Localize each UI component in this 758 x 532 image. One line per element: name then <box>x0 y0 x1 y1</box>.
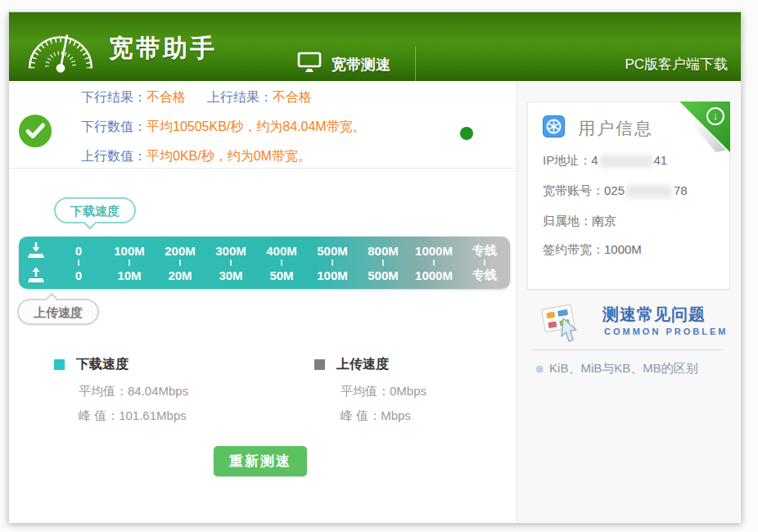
up-value-label: 上行数值： <box>81 149 147 163</box>
user-info-title: 用户信息 <box>578 117 653 140</box>
status-dot <box>460 127 473 140</box>
app-title: 宽带助手 <box>109 32 217 65</box>
dl-tick: 400M <box>256 244 307 258</box>
dl-tick: 0 <box>53 244 104 258</box>
speedometer-icon <box>20 19 101 79</box>
success-check-icon <box>19 115 52 147</box>
upload-scale-row: 0 10M 20M 30M 50M 100M 500M 1000M 专线 <box>19 264 510 286</box>
retest-button[interactable]: 重新测速 <box>214 446 307 476</box>
faq-divider <box>532 349 722 350</box>
upload-swatch-icon <box>314 359 325 370</box>
dl-tick: 200M <box>155 244 205 258</box>
upload-stat-title: 上传速度 <box>336 356 389 373</box>
upload-speed-bubble[interactable]: 上传速度 <box>17 299 99 325</box>
tab-label: 宽带测速 <box>332 55 390 74</box>
bubble-tail <box>45 293 59 307</box>
download-icon <box>19 241 53 259</box>
download-speed-bubble[interactable]: 下载速度 <box>54 197 136 223</box>
user-info-header: 用户信息 <box>543 115 653 141</box>
pc-client-download-link[interactable]: PC版客户端下载 <box>625 55 728 74</box>
dl-tick: 100M <box>104 244 155 258</box>
dl-tick: 300M <box>205 244 256 258</box>
screen: 宽带助手 宽带测速 PC版客户端下载 <box>0 0 758 532</box>
user-info-card: ↓ <box>527 101 730 290</box>
upload-peak: 峰 值：Mbps <box>341 408 411 424</box>
ul-tick: 10M <box>104 268 155 282</box>
speed-scale-bar: 0 100M 200M 300M 400M 500M 800M 1000M 专线 <box>19 237 510 289</box>
app-window: 宽带助手 宽带测速 PC版客户端下载 <box>8 11 742 522</box>
download-peak: 峰 值：101.61Mbps <box>79 408 187 424</box>
account-redaction <box>626 185 672 198</box>
download-stat-header: 下载速度 <box>54 356 129 373</box>
ip-redaction <box>600 155 652 168</box>
download-speed-bubble-label: 下载速度 <box>70 204 120 218</box>
bubble-tail <box>83 216 97 230</box>
result-line-download: 下行数值：平均10505KB/秒，约为84.04M带宽。 <box>81 119 366 136</box>
field-location: 归属地：南京 <box>543 214 616 229</box>
header-divider <box>415 47 416 81</box>
download-arrow-icon: ↓ <box>706 107 724 125</box>
download-avg: 平均值：84.04Mbps <box>79 384 188 399</box>
ul-tick: 50M <box>256 268 307 282</box>
upload-avg: 平均值：0Mbps <box>341 384 426 399</box>
up-result-value: 不合格 <box>273 90 312 104</box>
field-bandwidth: 签约带宽：1000M <box>543 242 642 258</box>
user-info-wheel-icon <box>543 115 565 141</box>
down-result-value: 不合格 <box>147 90 186 104</box>
ul-tick: 专线 <box>459 268 510 283</box>
app-header: 宽带助手 宽带测速 PC版客户端下载 <box>9 12 741 81</box>
monitor-icon <box>297 52 322 77</box>
dl-tick: 专线 <box>459 243 510 259</box>
down-result-label: 下行结果： <box>81 90 147 104</box>
upload-icon <box>19 266 53 284</box>
sidebar: ↓ <box>517 81 741 523</box>
download-stat-title: 下载速度 <box>76 356 129 373</box>
ul-tick: 20M <box>155 268 205 282</box>
ul-tick: 500M <box>358 268 408 282</box>
tab-speed-test[interactable]: 宽带测速 <box>297 52 390 77</box>
field-ip: IP地址：441 <box>543 153 667 169</box>
result-line-verdict: 下行结果：不合格上行结果：不合格 <box>81 89 312 106</box>
ul-tick: 0 <box>53 268 104 282</box>
up-result-label: 上行结果： <box>207 90 273 104</box>
upload-speed-bubble-label: 上传速度 <box>34 305 83 319</box>
upload-stat-header: 上传速度 <box>314 356 389 373</box>
result-line-upload: 上行数值：平均0KB/秒，约为0M带宽。 <box>81 148 311 165</box>
ul-tick: 30M <box>205 268 256 282</box>
ul-tick: 100M <box>307 268 358 282</box>
faq-illustration-icon <box>539 299 584 348</box>
faq-subtitle: COMMON PROBLEM <box>604 327 728 336</box>
ul-tick: 1000M <box>408 268 459 282</box>
down-value-label: 下行数值： <box>81 119 147 133</box>
download-swatch-icon <box>54 359 65 370</box>
up-value-text: 平均0KB/秒，约为0M带宽。 <box>147 149 311 163</box>
faq-item-kib-mib[interactable]: ⊛ KiB、MiB与KB、MB的区别 <box>535 361 698 376</box>
main-content: 下行结果：不合格上行结果：不合格 下行数值：平均10505KB/秒，约为84.0… <box>9 81 517 523</box>
download-fold-corner[interactable]: ↓ <box>679 101 730 152</box>
faq-title: 测速常见问题 <box>602 304 706 326</box>
dl-tick: 1000M <box>408 244 459 258</box>
down-value-text: 平均10505KB/秒，约为84.04M带宽。 <box>147 119 366 133</box>
fold-green <box>679 101 730 152</box>
dl-tick: 800M <box>358 244 408 258</box>
faq-bullet-icon: ⊛ <box>535 363 544 375</box>
result-summary: 下行结果：不合格上行结果：不合格 下行数值：平均10505KB/秒，约为84.0… <box>9 81 517 169</box>
dl-tick: 500M <box>307 244 358 258</box>
faq-item-label: KiB、MiB与KB、MB的区别 <box>549 361 698 376</box>
field-account: 宽带账号：02578 <box>543 183 688 199</box>
